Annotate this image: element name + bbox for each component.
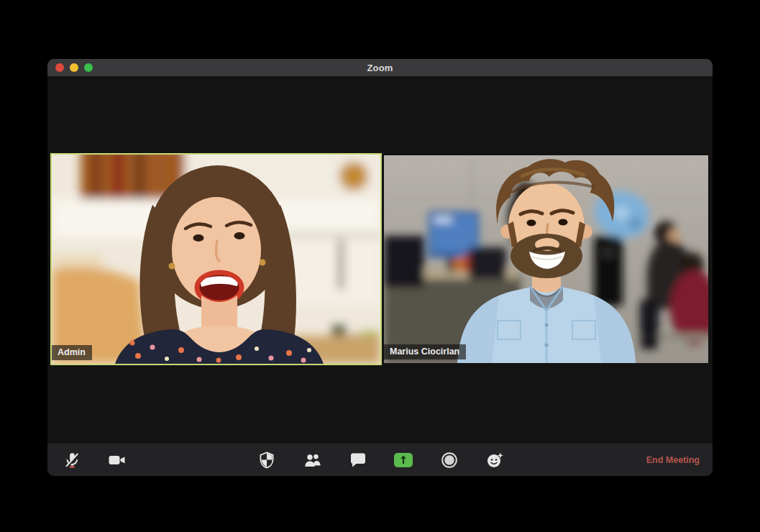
record-button[interactable] — [436, 447, 462, 473]
window-titlebar: Zoom — [47, 59, 713, 76]
reactions-smiley-icon — [485, 451, 504, 469]
window-title: Zoom — [47, 63, 713, 73]
record-icon — [441, 451, 458, 469]
share-screen-icon — [393, 452, 413, 468]
desktop-background: Zoom — [0, 0, 760, 532]
participants-button[interactable] — [300, 447, 326, 473]
share-screen-button[interactable] — [390, 447, 416, 473]
zoom-app-window: Zoom — [47, 59, 713, 476]
video-tile-admin[interactable]: Admin — [50, 153, 382, 365]
security-shield-icon — [259, 451, 275, 469]
close-window-button[interactable] — [55, 63, 64, 72]
participant-name-label: Admin — [52, 345, 92, 360]
mute-button[interactable] — [59, 447, 85, 473]
video-camera-icon — [108, 453, 127, 467]
traffic-light-controls — [47, 63, 93, 72]
meeting-toolbar: End Meeting — [47, 444, 713, 476]
marius-video-feed — [384, 155, 708, 363]
admin-video-feed — [52, 155, 380, 364]
reactions-button[interactable] — [482, 447, 508, 473]
security-button[interactable] — [254, 447, 280, 473]
video-tile-marius[interactable]: Marius Ciocirlan — [384, 155, 708, 363]
video-grid: Admin — [47, 76, 713, 444]
minimize-window-button[interactable] — [70, 63, 78, 72]
maximize-window-button[interactable] — [84, 63, 93, 72]
participant-name-label: Marius Ciocirlan — [384, 344, 466, 359]
participants-icon — [303, 453, 322, 467]
microphone-muted-icon — [63, 451, 81, 469]
chat-bubble-icon — [349, 452, 367, 468]
chat-button[interactable] — [345, 447, 371, 473]
video-button[interactable] — [104, 447, 130, 473]
end-meeting-button[interactable]: End Meeting — [646, 455, 700, 465]
